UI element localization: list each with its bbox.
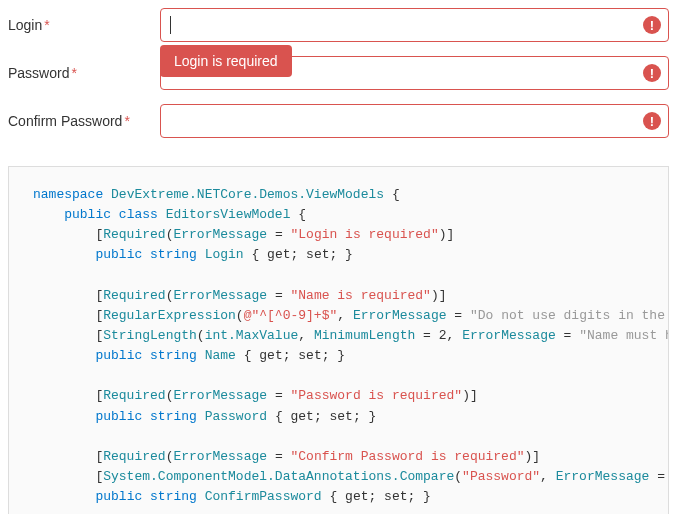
required-marker: * (71, 65, 76, 81)
confirm-label: Confirm Password* (8, 113, 160, 129)
required-marker: * (44, 17, 49, 33)
password-label: Password* (8, 65, 160, 81)
code-panel: namespace DevExtreme.NETCore.Demos.ViewM… (8, 166, 669, 514)
kw-namespace: namespace (33, 187, 103, 202)
form-row-confirm: Confirm Password* ! (8, 104, 669, 138)
required-marker: * (124, 113, 129, 129)
login-input[interactable] (160, 8, 669, 42)
class-name: EditorsViewModel (166, 207, 291, 222)
ns-name: DevExtreme.NETCore.Demos.ViewModels (111, 187, 384, 202)
label-text: Login (8, 17, 42, 33)
login-label: Login* (8, 17, 160, 33)
form-row-password: Password* ! (8, 56, 669, 90)
form-row-login: Login* ! Login is required (8, 8, 669, 42)
attr-required: Required (103, 227, 165, 242)
error-icon: ! (643, 112, 661, 130)
confirm-input-wrap: ! (160, 104, 669, 138)
error-icon: ! (643, 64, 661, 82)
text-caret (170, 16, 171, 34)
label-text: Confirm Password (8, 113, 122, 129)
login-error-tooltip: Login is required (160, 45, 292, 77)
confirm-input[interactable] (160, 104, 669, 138)
kw-class: public class (64, 207, 158, 222)
error-icon: ! (643, 16, 661, 34)
label-text: Password (8, 65, 69, 81)
login-input-wrap: ! Login is required (160, 8, 669, 42)
